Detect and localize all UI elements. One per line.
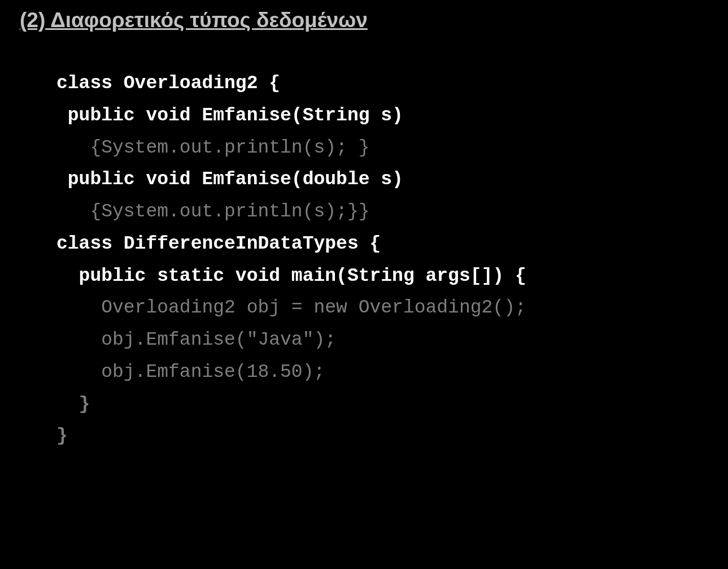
code-line-11: obj.Emfanise(18.50);	[56, 357, 526, 389]
code-line-4: public void Emfanise(double s)	[56, 164, 526, 196]
code-block: class Overloading2 { public void Emfanis…	[56, 68, 526, 453]
code-line-13: }	[56, 420, 526, 453]
code-line-1: class Overloading2 {	[56, 68, 526, 100]
code-line-2: public void Emfanise(String s)	[56, 100, 526, 132]
code-line-7: class DifferenceInDataTypes {	[56, 228, 526, 260]
slide-container: (2) Διαφορετικός τύπος δεδομένων class O…	[0, 0, 728, 569]
code-line-3: {System.out.println(s); }	[56, 132, 526, 164]
code-line-12: }	[56, 389, 526, 421]
code-line-8: public static void main(String args[]) {	[56, 260, 526, 293]
slide-heading: (2) Διαφορετικός τύπος δεδομένων	[20, 8, 368, 32]
code-line-5: {System.out.println(s);}}	[56, 196, 526, 228]
code-line-9: Overloading2 obj = new Overloading2();	[56, 292, 526, 324]
code-line-10: obj.Emfanise("Java");	[56, 324, 526, 357]
